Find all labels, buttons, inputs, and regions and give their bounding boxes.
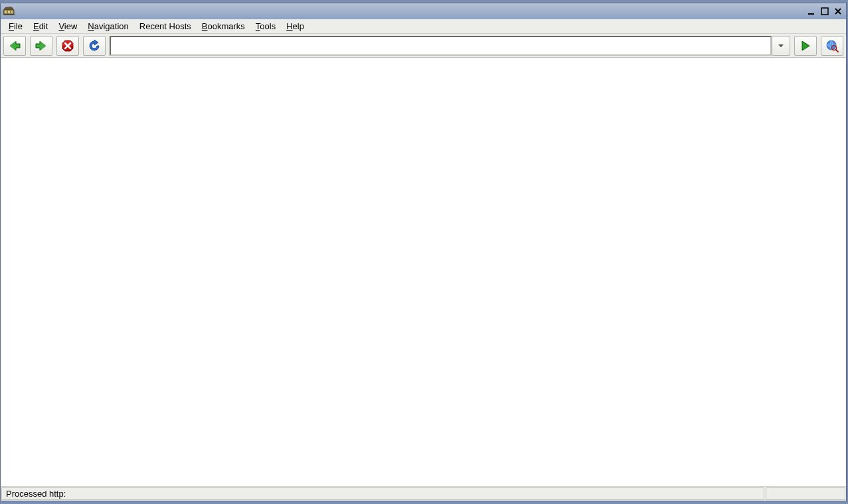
play-icon — [800, 40, 811, 52]
svg-rect-1 — [5, 11, 7, 13]
menu-navigation[interactable]: Navigation — [82, 20, 133, 33]
content-area — [1, 58, 846, 486]
reload-icon — [87, 39, 102, 53]
menu-recent-hosts[interactable]: Recent Hosts — [134, 20, 197, 33]
menu-edit[interactable]: Edit — [28, 20, 53, 33]
arrow-right-icon — [34, 39, 48, 53]
menu-help[interactable]: Help — [281, 20, 309, 33]
status-progress — [766, 487, 845, 500]
menu-file[interactable]: File — [3, 20, 28, 33]
close-button[interactable] — [831, 5, 845, 17]
app-icon — [2, 5, 17, 18]
forward-button[interactable] — [30, 36, 52, 56]
maximize-button[interactable] — [818, 5, 831, 17]
url-input[interactable] — [110, 36, 772, 56]
status-text: Processed http: — [1, 487, 764, 500]
stop-icon — [60, 39, 75, 53]
stop-button[interactable] — [56, 36, 79, 56]
back-button[interactable] — [3, 36, 26, 56]
toolbar — [1, 34, 846, 58]
go-button[interactable] — [794, 36, 817, 56]
menu-bookmarks[interactable]: Bookmarks — [197, 20, 250, 33]
menu-view[interactable]: View — [53, 20, 82, 33]
arrow-left-icon — [7, 39, 22, 53]
svg-line-11 — [836, 50, 838, 52]
url-bar — [110, 36, 790, 56]
minimize-button[interactable] — [805, 5, 818, 17]
svg-rect-5 — [808, 13, 814, 15]
url-history-dropdown[interactable] — [772, 36, 790, 56]
window-title — [17, 7, 805, 16]
svg-rect-6 — [821, 8, 828, 15]
chevron-down-icon — [778, 42, 784, 49]
window-controls — [805, 5, 845, 17]
menu-tools[interactable]: Tools — [250, 20, 281, 33]
statusbar: Processed http: — [1, 486, 846, 501]
titlebar — [1, 3, 846, 19]
svg-rect-2 — [8, 11, 10, 13]
menubar: File Edit View Navigation Recent Hosts B… — [1, 19, 846, 34]
application-window: File Edit View Navigation Recent Hosts B… — [0, 3, 847, 501]
search-button[interactable] — [821, 36, 843, 56]
reload-button[interactable] — [83, 36, 106, 56]
globe-search-icon — [825, 39, 839, 53]
svg-rect-3 — [11, 11, 13, 13]
